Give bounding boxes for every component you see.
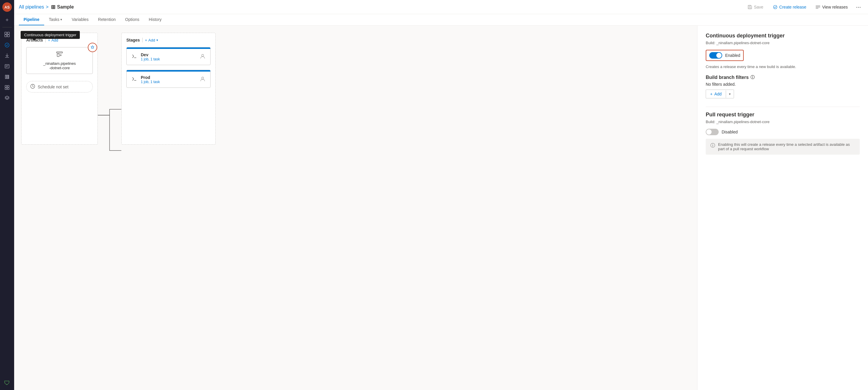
stage-info-prod: Prod 1 job, 1 task (141, 75, 196, 84)
sidebar-item-settings[interactable] (2, 83, 12, 92)
sidebar-item-shield[interactable]: 🛡 (2, 378, 12, 388)
add-filter-label: Add (714, 92, 722, 96)
pr-info-box-text: Enabling this will create a release ever… (718, 142, 855, 151)
schedule-icon (30, 84, 35, 90)
pipeline-wrapper: Artifacts + Add _ninallam (21, 33, 690, 180)
header: All pipelines > ⊞ Sample Save Create rel… (14, 0, 868, 14)
cd-trigger-button[interactable] (88, 43, 97, 52)
pipeline-canvas: Artifacts + Add _ninallam (14, 26, 697, 390)
stages-divider (142, 38, 143, 42)
pr-toggle-thumb (706, 129, 712, 134)
svg-rect-12 (57, 52, 62, 53)
svg-point-16 (202, 77, 204, 79)
create-release-label: Create release (779, 5, 806, 9)
right-panel: Continuous deployment trigger Build: _ni… (697, 26, 868, 390)
add-stage-button[interactable]: + Add ▾ (145, 38, 158, 42)
stages-panel: Stages + Add ▾ (121, 33, 216, 145)
artifact-card[interactable]: _ninallam.pipelines-dotnet-core Continuo… (26, 47, 93, 74)
pr-toggle-switch[interactable] (706, 129, 719, 135)
svg-rect-3 (7, 35, 9, 37)
avatar[interactable]: AS (2, 2, 12, 12)
section-divider-1 (706, 107, 860, 107)
add-filter-dropdown-button[interactable]: ▾ (726, 90, 734, 98)
more-options-button[interactable]: ··· (854, 2, 863, 11)
sidebar-item-layers[interactable] (2, 93, 12, 103)
artifact-icon (56, 51, 63, 60)
stages-title: Stages (126, 38, 140, 42)
svg-point-15 (202, 54, 204, 56)
stages-header: Stages + Add ▾ (126, 38, 211, 42)
artifact-card-content: _ninallam.pipelines-dotnet-core (30, 51, 89, 70)
svg-rect-10 (749, 7, 751, 9)
pr-toggle-container: Disabled (706, 129, 860, 135)
branch-filters-info-icon[interactable]: ⓘ (750, 75, 754, 80)
sidebar-item-plus[interactable]: + (2, 15, 12, 25)
svg-rect-6 (5, 85, 7, 87)
sidebar-divider-1 (2, 27, 12, 27)
sidebar-item-deploy[interactable] (2, 51, 12, 60)
header-actions: Save Create release View releases ··· (744, 2, 863, 11)
sidebar-item-library[interactable] (2, 72, 12, 82)
add-filter-main-button[interactable]: + Add (706, 90, 726, 98)
plus-icon-stages: + (145, 38, 147, 42)
tab-pipeline[interactable]: Pipeline (19, 14, 44, 25)
sidebar: AS + 🛡 (0, 0, 14, 390)
sidebar-bottom: 🛡 (2, 378, 12, 388)
add-filter-button-group: + Add ▾ (706, 90, 734, 98)
svg-rect-11 (749, 5, 750, 6)
view-releases-button[interactable]: View releases (812, 3, 851, 10)
connector-area (98, 33, 121, 180)
tab-variables[interactable]: Variables (67, 14, 93, 25)
artifact-name: _ninallam.pipelines-dotnet-core (43, 61, 76, 70)
branch-filters-title: Build branch filters ⓘ (706, 75, 860, 80)
pr-info-box-icon: ⓘ (710, 143, 715, 149)
sidebar-item-dashboard[interactable] (2, 30, 12, 39)
tab-history[interactable]: History (144, 14, 166, 25)
stage-name-prod: Prod (141, 75, 196, 80)
stage-person-dev[interactable] (200, 53, 206, 61)
cd-help-text: Creates a release every time a new build… (706, 64, 860, 69)
pr-info-box: ⓘ Enabling this will create a release ev… (706, 139, 860, 155)
svg-rect-2 (5, 35, 7, 37)
stage-card-dev[interactable]: Dev 1 job, 1 task (126, 47, 211, 65)
stage-info-dev: Dev 1 job, 1 task (141, 53, 196, 61)
tabs-bar: Pipeline Tasks ▾ Variables Retention Opt… (14, 14, 868, 26)
stage-icon-dev (131, 53, 137, 61)
schedule-card[interactable]: Schedule not set (26, 81, 93, 92)
artifacts-panel: Artifacts + Add _ninallam (21, 33, 98, 145)
tab-options[interactable]: Options (121, 14, 144, 25)
cd-trigger-title: Continuous deployment trigger (706, 33, 860, 39)
main-content: All pipelines > ⊞ Sample Save Create rel… (14, 0, 868, 390)
stage-meta-prod[interactable]: 1 job, 1 task (141, 80, 196, 84)
add-filter-plus-icon: + (710, 92, 712, 96)
sidebar-item-pipelines[interactable] (2, 40, 12, 50)
stage-card-prod[interactable]: Prod 1 job, 1 task (126, 70, 211, 88)
pull-request-section: Pull request trigger Build: _ninallam.pi… (706, 112, 860, 155)
stage-name-dev: Dev (141, 53, 196, 57)
save-button[interactable]: Save (744, 3, 767, 10)
trigger-tooltip: Continuous deployment trigger (21, 31, 80, 39)
tasks-dropdown-icon[interactable]: ▾ (60, 18, 62, 22)
cd-toggle-thumb (716, 53, 722, 58)
view-releases-label: View releases (822, 5, 848, 9)
stage-icon-prod (131, 76, 137, 83)
svg-rect-8 (5, 88, 7, 90)
sidebar-item-testplans[interactable] (2, 62, 12, 71)
pipeline-name: Sample (57, 4, 74, 10)
no-filters-text: No filters added. (706, 82, 860, 87)
page-title: ⊞ Sample (51, 4, 74, 10)
cd-toggle-switch[interactable] (709, 52, 722, 59)
tab-tasks[interactable]: Tasks ▾ (44, 14, 67, 25)
add-filter-chevron-icon: ▾ (729, 92, 731, 96)
schedule-label: Schedule not set (38, 85, 68, 89)
tab-retention[interactable]: Retention (93, 14, 121, 25)
stage-person-prod[interactable] (200, 76, 206, 83)
svg-rect-7 (7, 85, 9, 87)
pipeline-icon: ⊞ (51, 4, 55, 10)
save-label: Save (754, 5, 764, 9)
stages-add-chevron: ▾ (156, 38, 158, 42)
create-release-button[interactable]: Create release (769, 3, 810, 10)
connector-svg (98, 86, 121, 180)
breadcrumb-link[interactable]: All pipelines (19, 4, 44, 10)
stage-meta-dev[interactable]: 1 job, 1 task (141, 57, 196, 61)
